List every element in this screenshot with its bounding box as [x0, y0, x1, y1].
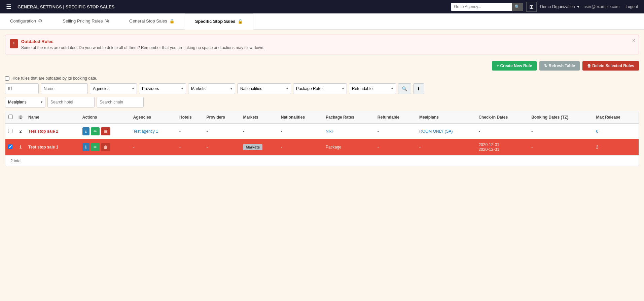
table-total: 2 total [5, 156, 639, 166]
row2-booking-dates: - [529, 139, 593, 156]
filter-row-1: Agencies Providers Markets Nationalities [5, 83, 639, 94]
row2-checkbox[interactable] [8, 144, 12, 149]
row2-actions: ℹ ✏ 🗑 [80, 139, 131, 156]
row2-refundable: - [375, 139, 417, 156]
refresh-table-button[interactable]: ↻ Refresh Table [539, 61, 580, 71]
col-name: Name [26, 111, 80, 124]
row1-agencies-link[interactable]: Test agency 1 [133, 129, 158, 134]
tab-general-stop-sales[interactable]: General Stop Sales 🔒 [119, 13, 185, 29]
row2-package-rates: Package [323, 139, 375, 156]
mealplans-select-wrapper[interactable]: Mealplans [5, 97, 45, 108]
agency-search[interactable]: 🔍 [451, 3, 523, 11]
package-rates-filter[interactable]: Package Rates [293, 83, 347, 94]
providers-filter[interactable]: Providers [139, 83, 186, 94]
row1-package-rates: NRF [323, 124, 375, 139]
nationalities-select-wrapper[interactable]: Nationalities [237, 83, 291, 94]
toolbar: + Create New Rule ↻ Refresh Table 🗑 Dele… [0, 58, 644, 74]
tab-configuration[interactable]: Configuration ⚙ [0, 13, 52, 29]
row1-max-release-link[interactable]: 0 [596, 129, 599, 134]
tab-specific-stop-label: Specific Stop Sales [195, 19, 236, 24]
markets-select-wrapper[interactable]: Markets [188, 83, 235, 94]
tab-general-stop-label: General Stop Sales [129, 18, 167, 24]
row2-id: 1 [15, 139, 26, 156]
row1-nrf-link[interactable]: NRF [326, 129, 334, 134]
search-chain-input[interactable] [97, 97, 144, 108]
row2-checkin-from: 2020-12-01 [478, 142, 526, 147]
row2-name[interactable]: Test stop sale 1 [26, 139, 80, 156]
menu-icon[interactable]: ☰ [3, 2, 14, 12]
alert-close-button[interactable]: × [632, 38, 635, 44]
search-hotel-input[interactable] [47, 97, 95, 108]
agency-search-button[interactable]: 🔍 [512, 3, 523, 11]
row1-delete-button[interactable]: 🗑 [101, 127, 110, 135]
export-filter-button[interactable]: ⬆ [413, 83, 424, 94]
row1-providers: - [204, 124, 241, 139]
row2-info-button[interactable]: ℹ [82, 143, 90, 151]
agency-search-input[interactable] [451, 3, 512, 10]
percent-icon: % [105, 18, 109, 24]
col-package-rates: Package Rates [323, 111, 375, 124]
delete-selected-rules-button[interactable]: 🗑 Delete Selected Rules [582, 61, 639, 71]
hide-outdated-checkbox[interactable] [5, 76, 9, 81]
col-markets: Markets [240, 111, 278, 124]
row1-checkbox[interactable] [8, 129, 12, 133]
agencies-select-wrapper[interactable]: Agencies [90, 83, 137, 94]
row2-mealplans: - [417, 139, 476, 156]
package-rates-select-wrapper[interactable]: Package Rates [293, 83, 347, 94]
row1-actions: ℹ ✏ 🗑 [80, 124, 131, 139]
row2-providers: - [204, 139, 241, 156]
search-filter-button[interactable]: 🔍 [398, 83, 411, 94]
id-filter[interactable] [5, 83, 39, 94]
col-checkbox [5, 111, 15, 124]
markets-badge[interactable]: Markets [243, 144, 262, 150]
row1-booking-dates: - [529, 124, 593, 139]
alert-text: Some of the rules are outdated. Do you w… [21, 45, 264, 50]
refundable-select-wrapper[interactable]: Refundable [349, 83, 396, 94]
row2-edit-button[interactable]: ✏ [91, 143, 100, 151]
col-checkin-dates: Check-in Dates [476, 111, 529, 124]
row2-checkbox-cell[interactable] [5, 139, 15, 156]
alert-icon: ! [10, 39, 18, 48]
alert-title: Outdated Rules [21, 39, 264, 44]
row1-edit-button[interactable]: ✏ [91, 127, 100, 135]
tabs-bar: Configuration ⚙ Selling Pricing Rules % … [0, 13, 644, 30]
col-refundable: Refundable [375, 111, 417, 124]
table-row-outdated: 1 Test stop sale 1 ℹ ✏ 🗑 - - - Markets [5, 139, 639, 156]
col-actions: Actions [80, 111, 131, 124]
col-max-release: Max Release [594, 111, 639, 124]
hide-outdated-checkbox-row[interactable]: Hide rules that are outdated by its book… [5, 76, 639, 81]
row1-checkbox-cell[interactable] [5, 124, 15, 139]
org-selector[interactable]: Demo Organization ▼ [540, 4, 580, 9]
col-providers: Providers [204, 111, 241, 124]
row2-agencies: - [131, 139, 177, 156]
gear-icon: ⚙ [38, 18, 42, 24]
mealplans-filter[interactable]: Mealplans [5, 97, 45, 108]
lock-icon: 🔒 [169, 18, 175, 24]
row1-mealplans-link[interactable]: ROOM ONLY (SA) [419, 129, 453, 134]
lock-icon-2: 🔒 [238, 19, 243, 24]
row2-delete-button[interactable]: 🗑 [101, 143, 110, 151]
page-content: Configuration ⚙ Selling Pricing Rules % … [0, 13, 644, 301]
tab-specific-stop-sales[interactable]: Specific Stop Sales 🔒 [185, 13, 253, 30]
table-header-row: ID Name Actions Agencies Hotels Provider… [5, 111, 639, 124]
page-title: GENERAL SETTINGS | SPECIFIC STOP SALES [17, 4, 448, 9]
providers-select-wrapper[interactable]: Providers [139, 83, 186, 94]
agencies-filter[interactable]: Agencies [90, 83, 137, 94]
row1-info-button[interactable]: ℹ [82, 127, 90, 135]
select-all-checkbox[interactable] [8, 115, 13, 119]
logout-button[interactable]: Logout [623, 3, 641, 10]
row2-action-btns: ℹ ✏ 🗑 [82, 143, 128, 151]
grid-view-button[interactable]: ⊞ [526, 2, 537, 12]
tab-selling-pricing-rules[interactable]: Selling Pricing Rules % [52, 13, 119, 29]
col-nationalities: Nationalities [278, 111, 323, 124]
markets-filter[interactable]: Markets [188, 83, 235, 94]
table-row: 2 Test stop sale 2 ℹ ✏ 🗑 Test agency 1 -… [5, 124, 639, 139]
name-filter[interactable] [41, 83, 88, 94]
create-new-rule-button[interactable]: + Create New Rule [492, 61, 537, 71]
row2-markets: Markets [240, 139, 278, 156]
col-mealplans: Mealplans [417, 111, 476, 124]
refundable-filter[interactable]: Refundable [349, 83, 396, 94]
row1-name[interactable]: Test stop sale 2 [26, 124, 80, 139]
nationalities-filter[interactable]: Nationalities [237, 83, 291, 94]
row2-checkin-to: 2020-12-31 [478, 147, 526, 152]
